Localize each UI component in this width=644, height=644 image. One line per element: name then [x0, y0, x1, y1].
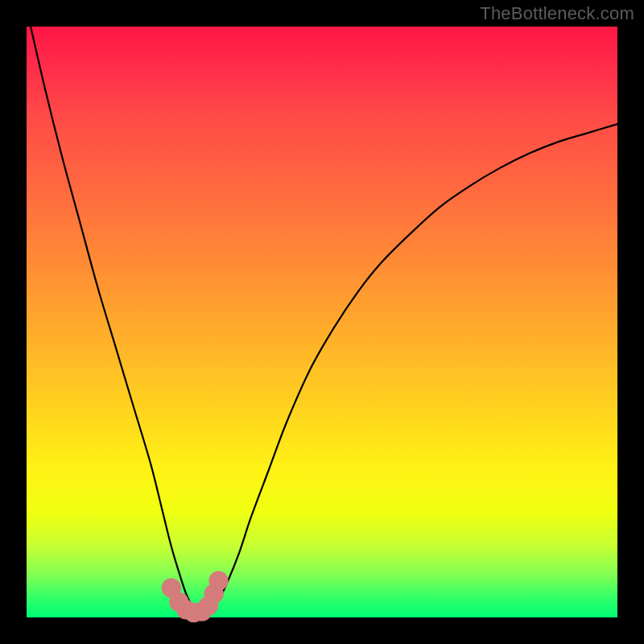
bottleneck-curve: [27, 9, 617, 612]
bead-marker: [208, 571, 228, 590]
chart-svg: [27, 27, 617, 617]
plot-area: [27, 27, 617, 617]
outer-frame: TheBottleneck.com: [0, 0, 644, 644]
watermark-text: TheBottleneck.com: [480, 3, 634, 24]
curve-beads: [162, 571, 229, 622]
